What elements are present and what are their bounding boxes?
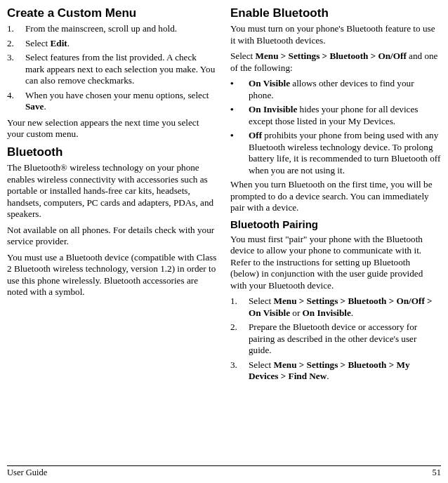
step-3: 3. Select features from the list provide… — [7, 52, 218, 87]
step-3: 3. Select Menu > Settings > Bluetooth > … — [230, 359, 441, 383]
paragraph: You must first "pair" your phone with th… — [230, 234, 441, 292]
bullet-on-invisible: • On Invisible hides your phone for all … — [230, 104, 441, 127]
paragraph: Your new selection appears the next time… — [7, 117, 218, 140]
paragraph: Not available on all phones. For details… — [7, 225, 218, 248]
paragraph: When you turn Bluetooth on the first tim… — [230, 179, 441, 214]
paragraph: Select Menu > Settings > Bluetooth > On/… — [230, 51, 441, 74]
create-menu-steps: 1. From the mainscreen, scroll up and ho… — [7, 23, 218, 113]
heading-enable-bluetooth: Enable Bluetooth — [230, 6, 441, 20]
paragraph: You must use a Bluetooth device (compati… — [7, 252, 218, 298]
left-column: Create a Custom Menu 1. From the mainscr… — [7, 6, 218, 462]
step-2: 2. Select Edit. — [7, 38, 218, 50]
pairing-steps: 1. Select Menu > Settings > Bluetooth > … — [230, 296, 441, 383]
footer-left: User Guide — [7, 468, 47, 479]
heading-create-menu: Create a Custom Menu — [7, 6, 218, 20]
paragraph: You must turn on your phone's Bluetooth … — [230, 23, 441, 46]
step-1: 1. From the mainscreen, scroll up and ho… — [7, 23, 218, 35]
step-1: 1. Select Menu > Settings > Bluetooth > … — [230, 296, 441, 319]
footer: User Guide 51 — [7, 465, 441, 479]
bullet-on-visible: • On Visible allows other devices to fin… — [230, 78, 441, 101]
paragraph: The Bluetooth® wireless technology on yo… — [7, 162, 218, 220]
page-number: 51 — [433, 468, 442, 479]
step-2: 2. Prepare the Bluetooth device or acces… — [230, 322, 441, 357]
heading-bluetooth: Bluetooth — [7, 145, 218, 159]
bullet-list: • On Visible allows other devices to fin… — [230, 78, 441, 176]
right-column: Enable Bluetooth You must turn on your p… — [230, 6, 441, 462]
step-4: 4. When you have chosen your menu option… — [7, 90, 218, 113]
heading-bluetooth-pairing: Bluetooth Pairing — [230, 218, 441, 232]
bullet-off: • Off prohibits your phone from being us… — [230, 130, 441, 176]
